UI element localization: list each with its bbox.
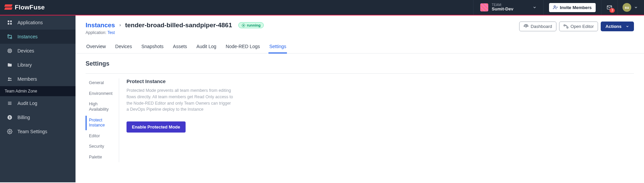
sidebar-item-library[interactable]: Library — [0, 58, 76, 72]
svg-rect-33 — [567, 27, 568, 28]
protect-instance-title: Protect Instance — [127, 78, 233, 84]
gauge-icon — [524, 24, 529, 29]
svg-rect-32 — [564, 25, 565, 26]
settings-panel: Settings General Environment High Availa… — [76, 53, 644, 169]
chevron-right-icon — [118, 23, 122, 28]
breadcrumb: Instances tender-broad-billed-sandpiper-… — [86, 22, 264, 29]
svg-point-27 — [9, 131, 10, 132]
svg-rect-7 — [10, 23, 12, 25]
settings-side-general[interactable]: General — [86, 78, 116, 88]
open-editor-button[interactable]: Open Editor — [559, 22, 598, 31]
breadcrumb-current: tender-broad-billed-sandpiper-4861 — [125, 22, 232, 29]
play-icon — [242, 24, 245, 27]
settings-side-environment[interactable]: Environment — [86, 89, 116, 99]
application-label: Application: — [86, 30, 106, 35]
chevron-down-icon — [626, 25, 629, 28]
sidebar-item-label: Devices — [17, 48, 34, 53]
sidebar-item-devices[interactable]: Devices — [0, 44, 76, 58]
settings-side-editor[interactable]: Editor — [86, 132, 116, 141]
svg-text:$: $ — [9, 116, 11, 119]
chevron-down-icon — [533, 5, 537, 9]
settings-side-high-availability[interactable]: High Availability — [86, 100, 116, 114]
tabs: Overview Devices Snapshots Assets Audit … — [76, 35, 644, 53]
svg-point-21 — [10, 78, 11, 79]
sidebar-item-label: Instances — [17, 34, 38, 39]
svg-rect-6 — [8, 23, 9, 25]
header-actions: Dashboard Open Editor Actions — [519, 22, 634, 31]
dashboard-button[interactable]: Dashboard — [519, 22, 556, 31]
sidebar-item-label: Applications — [17, 20, 43, 25]
settings-side-security[interactable]: Security — [86, 142, 116, 151]
sidebar-item-team-settings[interactable]: Team Settings — [0, 124, 76, 139]
sidebar-admin-header: Team Admin Zone — [0, 86, 76, 96]
notification-badge: 3 — [609, 8, 615, 13]
sidebar-item-label: Billing — [17, 115, 30, 120]
tab-settings[interactable]: Settings — [268, 41, 287, 53]
team-icon — [480, 3, 488, 11]
topbar: FlowFuse TEAM: Sumit-Dev Invite Members … — [0, 0, 644, 15]
chip-icon — [7, 48, 13, 53]
tab-devices[interactable]: Devices — [114, 41, 133, 53]
user-menu[interactable]: su — [618, 3, 644, 12]
settings-side-nav: General Environment High Availability Pr… — [86, 78, 119, 162]
svg-rect-4 — [8, 21, 9, 22]
tab-node-red-logs[interactable]: Node-RED Logs — [225, 41, 261, 53]
logo-icon — [5, 4, 12, 10]
avatar: su — [623, 3, 631, 12]
protect-instance-description: Protected Mode prevents all team members… — [127, 87, 233, 113]
settings-title: Settings — [86, 60, 634, 67]
tab-audit-log[interactable]: Audit Log — [196, 41, 217, 53]
sidebar: Applications Instances Devices Library M… — [0, 15, 76, 182]
main-content: Instances tender-broad-billed-sandpiper-… — [76, 15, 644, 182]
svg-line-31 — [526, 26, 527, 27]
svg-point-0 — [554, 6, 556, 7]
tab-snapshots[interactable]: Snapshots — [141, 41, 164, 53]
svg-point-20 — [8, 77, 10, 79]
users-icon — [7, 77, 13, 81]
gear-icon — [7, 129, 13, 134]
brand[interactable]: FlowFuse — [0, 4, 45, 11]
sidebar-item-members[interactable]: Members — [0, 72, 76, 86]
enable-protected-mode-button[interactable]: Enable Protected Mode — [127, 121, 186, 133]
svg-point-30 — [526, 27, 527, 28]
actions-button[interactable]: Actions — [601, 22, 634, 31]
folder-icon — [7, 63, 13, 67]
svg-rect-10 — [8, 49, 11, 52]
svg-rect-5 — [10, 21, 12, 22]
invite-label: Invite Members — [560, 5, 592, 10]
chevron-down-icon — [634, 5, 638, 9]
svg-rect-11 — [9, 50, 10, 51]
settings-side-protect-instance[interactable]: Protect Instance — [86, 116, 116, 130]
header-left: Instances tender-broad-billed-sandpiper-… — [86, 22, 264, 35]
list-icon — [7, 101, 13, 106]
sidebar-item-billing[interactable]: $ Billing — [0, 110, 76, 124]
application-line: Application: Test — [86, 30, 264, 35]
sidebar-item-audit-log[interactable]: Audit Log — [0, 96, 76, 110]
sidebar-item-label: Audit Log — [17, 101, 37, 106]
tab-overview[interactable]: Overview — [86, 41, 106, 53]
sidebar-item-instances[interactable]: Instances — [0, 30, 76, 44]
tab-assets[interactable]: Assets — [172, 41, 188, 53]
topbar-right: TEAM: Sumit-Dev Invite Members 3 su — [473, 0, 644, 15]
invite-members-button[interactable]: Invite Members — [549, 3, 596, 12]
sidebar-item-applications[interactable]: Applications — [0, 15, 76, 30]
application-link[interactable]: Test — [107, 30, 115, 35]
user-plus-icon — [553, 5, 558, 10]
sidebar-item-label: Team Settings — [17, 129, 47, 134]
svg-point-9 — [10, 37, 12, 39]
flow-icon — [563, 24, 568, 29]
brand-text: FlowFuse — [15, 4, 45, 11]
grid-icon — [7, 20, 13, 25]
instances-icon — [7, 34, 13, 39]
sidebar-item-label: Members — [17, 76, 37, 82]
dollar-icon: $ — [7, 115, 13, 120]
notifications-button[interactable]: 3 — [601, 0, 618, 15]
team-name: Sumit-Dev — [492, 7, 513, 11]
settings-content: Protect Instance Protected Mode prevents… — [119, 78, 233, 162]
svg-marker-29 — [243, 25, 244, 26]
breadcrumb-root[interactable]: Instances — [86, 22, 115, 29]
svg-point-8 — [8, 35, 9, 36]
settings-side-palette[interactable]: Palette — [86, 153, 116, 162]
team-selector[interactable]: TEAM: Sumit-Dev — [473, 0, 544, 15]
status-text: running — [247, 23, 261, 27]
